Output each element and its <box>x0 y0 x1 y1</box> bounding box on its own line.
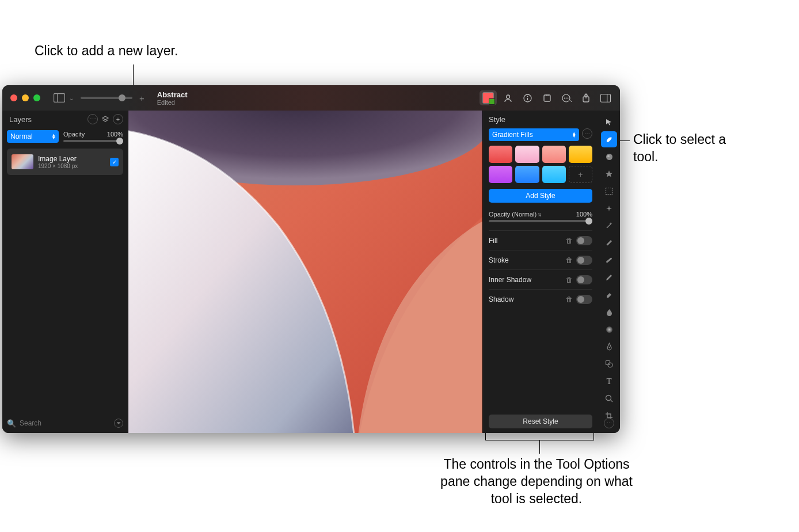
svg-rect-19 <box>606 188 612 195</box>
property-toggle[interactable] <box>576 295 592 304</box>
canvas[interactable] <box>128 111 482 433</box>
svg-point-4 <box>527 96 528 97</box>
layer-stack-icon[interactable] <box>100 114 111 124</box>
sidebar-options-caret[interactable]: ⌄ <box>69 95 74 101</box>
svg-rect-13 <box>600 94 610 102</box>
person-icon[interactable] <box>499 90 516 105</box>
layer-visibility-checkbox[interactable]: ✓ <box>110 158 119 166</box>
style-opacity-label: Opacity (Normal) <box>489 211 537 218</box>
select-arrows-icon: ▴▾ <box>573 132 576 138</box>
svg-point-23 <box>608 347 610 348</box>
zoom-tool-icon[interactable] <box>601 390 617 406</box>
filter-icon[interactable]: ⏷ <box>114 419 123 428</box>
property-toggle[interactable] <box>576 256 592 265</box>
preset-group-select[interactable]: Gradient Fills ▴▾ <box>489 128 579 141</box>
blend-mode-value: Normal <box>10 132 33 140</box>
trash-icon[interactable]: 🗑 <box>566 295 573 303</box>
info-icon[interactable] <box>519 90 536 105</box>
layer-options-icon[interactable]: ⋯ <box>87 114 98 124</box>
text-tool-icon[interactable]: T <box>601 373 617 389</box>
color-swatch[interactable] <box>515 166 539 183</box>
style-property-row: Stroke🗑 <box>489 250 592 269</box>
add-style-button[interactable]: Add Style <box>489 189 592 203</box>
shapes-tool-icon[interactable] <box>601 356 617 372</box>
opacity-value: 100% <box>107 131 123 138</box>
bandage-tool-icon[interactable] <box>601 252 617 268</box>
svg-point-9 <box>565 97 566 98</box>
style-tool-icon[interactable] <box>601 131 617 147</box>
style-property-row: Inner Shadow🗑 <box>489 269 592 289</box>
slider-thumb[interactable] <box>585 218 592 225</box>
callout-line <box>539 440 540 454</box>
color-swatch[interactable] <box>515 146 539 163</box>
resize-icon[interactable] <box>538 90 556 105</box>
color-well-icon <box>483 93 493 103</box>
style-property-row: Shadow🗑 <box>489 289 592 309</box>
reset-style-button[interactable]: Reset Style <box>489 415 592 428</box>
minimize-window-button[interactable] <box>22 94 29 101</box>
layer-dimensions: 1920 × 1080 px <box>38 163 105 169</box>
eraser-tool-icon[interactable] <box>601 287 617 303</box>
callout-tool-options: The controls in the Tool Options pane ch… <box>433 456 640 508</box>
property-toggle[interactable] <box>576 275 592 284</box>
color-swatch[interactable] <box>489 146 512 163</box>
zoom-slider[interactable] <box>81 97 132 99</box>
sparkle-tool-icon[interactable] <box>601 200 617 216</box>
color-swatch[interactable] <box>542 146 566 163</box>
style-panel: Style Gradient Fills ▴▾ ⋯ + Add Style Op… <box>482 111 598 433</box>
trash-icon[interactable]: 🗑 <box>566 276 573 284</box>
preset-menu-icon[interactable]: ⋯ <box>582 128 592 139</box>
color-swatch[interactable] <box>542 166 566 183</box>
color-picker-button[interactable] <box>480 90 497 105</box>
sphere-tool-icon[interactable] <box>601 149 617 165</box>
gradient-tool-icon[interactable] <box>601 321 617 337</box>
panel-toggle-icon[interactable] <box>597 90 614 105</box>
add-layer-icon[interactable]: + <box>113 114 123 124</box>
property-toggle[interactable] <box>576 236 592 245</box>
svg-rect-0 <box>54 94 65 102</box>
sidebar-toggle-button[interactable] <box>52 92 67 104</box>
pen-tool-icon[interactable] <box>601 339 617 355</box>
marquee-tool-icon[interactable] <box>601 183 617 199</box>
add-swatch-button[interactable]: + <box>569 166 592 183</box>
layer-search-input[interactable] <box>20 419 111 427</box>
slider-thumb[interactable] <box>116 138 123 145</box>
svg-point-26 <box>606 396 611 401</box>
brush-tool-icon[interactable] <box>601 235 617 251</box>
caret-icon[interactable]: ⇅ <box>538 212 542 218</box>
color-swatch[interactable] <box>489 166 512 183</box>
style-opacity-slider[interactable] <box>489 220 592 222</box>
style-opacity-value: 100% <box>576 211 592 218</box>
style-property-row: Fill🗑 <box>489 230 592 250</box>
star-tool-icon[interactable] <box>601 166 617 182</box>
more-menu-icon[interactable] <box>558 90 575 105</box>
titlebar: ⌄ + Abstract Edited <box>2 85 620 111</box>
opacity-slider[interactable] <box>63 140 123 142</box>
property-label: Fill <box>489 237 566 245</box>
add-icon[interactable]: + <box>139 93 144 103</box>
canvas-image <box>128 111 482 433</box>
swatch-grid: + <box>489 146 592 183</box>
layer-item[interactable]: Image Layer 1920 × 1080 px ✓ <box>7 149 123 175</box>
trash-icon[interactable]: 🗑 <box>566 237 573 245</box>
svg-rect-6 <box>544 95 550 101</box>
callout-line <box>485 433 486 440</box>
close-window-button[interactable] <box>10 94 17 101</box>
trash-icon[interactable]: 🗑 <box>566 256 573 264</box>
wand-tool-icon[interactable] <box>601 218 617 234</box>
more-tools-icon[interactable]: ⋯ <box>604 418 614 428</box>
document-subtitle: Edited <box>157 99 188 106</box>
pencil-tool-icon[interactable] <box>601 269 617 286</box>
maximize-window-button[interactable] <box>33 94 40 101</box>
blend-mode-select[interactable]: Normal ▴▾ <box>7 130 59 143</box>
property-label: Inner Shadow <box>489 276 566 284</box>
app-window: ⌄ + Abstract Edited Layers ⋯ + <box>2 85 620 433</box>
search-icon: 🔍 <box>7 419 16 428</box>
svg-point-8 <box>564 97 565 98</box>
arrow-tool-icon[interactable] <box>601 114 617 130</box>
style-panel-title: Style <box>489 115 592 124</box>
blur-tool-icon[interactable] <box>601 304 617 320</box>
color-swatch[interactable] <box>569 146 592 163</box>
share-icon[interactable] <box>577 90 595 105</box>
property-label: Shadow <box>489 295 566 303</box>
